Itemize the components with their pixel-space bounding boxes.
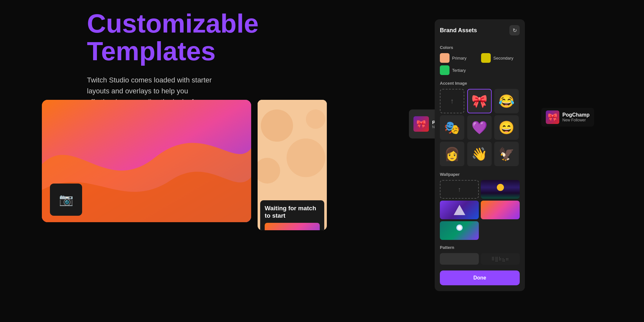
mid-card-bottom: Waiting for match to start [260, 200, 324, 230]
color-tertiary[interactable]: Tertiary [440, 65, 478, 75]
accent-emoji-8: 🦅 [498, 147, 515, 162]
colors-label: Colors [440, 45, 520, 50]
wallpaper-upload[interactable]: ↑ [440, 180, 479, 199]
accent-emoji-1: 🎀 [471, 94, 488, 109]
camera-box: 📷 [50, 184, 82, 216]
secondary-label: Secondary [493, 56, 513, 61]
accent-item-5[interactable]: 😄 [494, 115, 519, 140]
hero-title: Customizable Templates [87, 10, 312, 65]
pattern-dots[interactable]: ⠿⣿⠷⣦⠶ [481, 253, 520, 265]
follower-avatar-right: 🎀 [413, 116, 429, 132]
accent-item-8[interactable]: 🦅 [494, 142, 519, 166]
refresh-button[interactable]: ↻ [509, 25, 520, 35]
wallpaper-grid: ↑ [440, 180, 520, 240]
accent-emoji-7: 👋 [471, 147, 488, 162]
svg-point-2 [261, 109, 293, 142]
glow-icon [456, 224, 463, 231]
accent-emoji-4: 💜 [471, 120, 488, 135]
colors-grid: Primary Secondary Tertiary [440, 53, 520, 75]
accent-emoji-3: 🎭 [444, 120, 460, 135]
wallpaper-sunset[interactable] [481, 180, 520, 199]
follower-avatar-left: 🎀 [546, 110, 559, 124]
mid-card-pattern [258, 100, 327, 196]
camera-icon: 📷 [59, 193, 73, 206]
done-button[interactable]: Done [440, 270, 520, 285]
wallpaper-gradient3[interactable] [440, 221, 479, 240]
triangle-icon [454, 205, 465, 215]
mid-card-top [258, 100, 327, 198]
pattern-label: Pattern [440, 245, 520, 250]
accent-item-7[interactable]: 👋 [467, 142, 492, 166]
follower-label-left: New Follower [563, 118, 590, 122]
color-secondary[interactable]: Secondary [481, 53, 520, 63]
wallpaper-gradient2[interactable] [481, 201, 520, 219]
accent-emoji-2: 😂 [498, 94, 515, 109]
color-primary[interactable]: Primary [440, 53, 478, 63]
follower-badge-left: 🎀 PogChamp New Follower [541, 108, 594, 127]
preview-card-mid: Waiting for match to start [258, 100, 327, 230]
sun-icon [497, 184, 504, 191]
pattern-grid: ⠿⣿⠷⣦⠶ [440, 253, 520, 265]
follower-name-left: PogChamp [563, 112, 590, 118]
accent-label: Accent Image [440, 81, 520, 86]
follower-info-left: PogChamp New Follower [563, 112, 590, 122]
svg-point-3 [287, 138, 325, 177]
accent-item-3[interactable]: 🎭 [440, 115, 464, 140]
brand-assets-panel: Brand Assets ↻ Colors Primary Secondary … [435, 19, 525, 291]
accent-emoji-5: 😄 [498, 120, 515, 135]
tertiary-swatch [440, 65, 450, 75]
accent-grid: ↑ 🎀 😂 🎭 💜 😄 👩 👋 🦅 [440, 89, 520, 166]
primary-swatch [440, 53, 450, 63]
waiting-text: Waiting for match to start [265, 205, 320, 220]
waiting-thumbnail [265, 223, 320, 230]
accent-item-6[interactable]: 👩 [440, 142, 464, 166]
accent-item-2[interactable]: 😂 [494, 89, 519, 113]
panel-title: Brand Assets [440, 27, 477, 34]
panel-header: Brand Assets ↻ [440, 25, 520, 35]
svg-point-5 [306, 109, 325, 129]
wallpaper-triangle[interactable] [440, 201, 479, 219]
accent-item-1[interactable]: 🎀 [467, 89, 492, 113]
pattern-plain[interactable] [440, 253, 479, 265]
dots-pattern-icon: ⠿⣿⠷⣦⠶ [491, 256, 509, 261]
wallpaper-label: Wallpaper [440, 172, 520, 177]
accent-emoji-6: 👩 [444, 147, 460, 162]
accent-item-4[interactable]: 💜 [467, 115, 492, 140]
upload-icon: ↑ [450, 97, 454, 105]
secondary-swatch [481, 53, 491, 63]
wallpaper-upload-icon: ↑ [458, 186, 461, 193]
avatar-image: 🎀 [546, 110, 559, 124]
tertiary-label: Tertiary [452, 68, 466, 73]
accent-upload[interactable]: ↑ [440, 89, 464, 113]
primary-label: Primary [452, 56, 467, 61]
